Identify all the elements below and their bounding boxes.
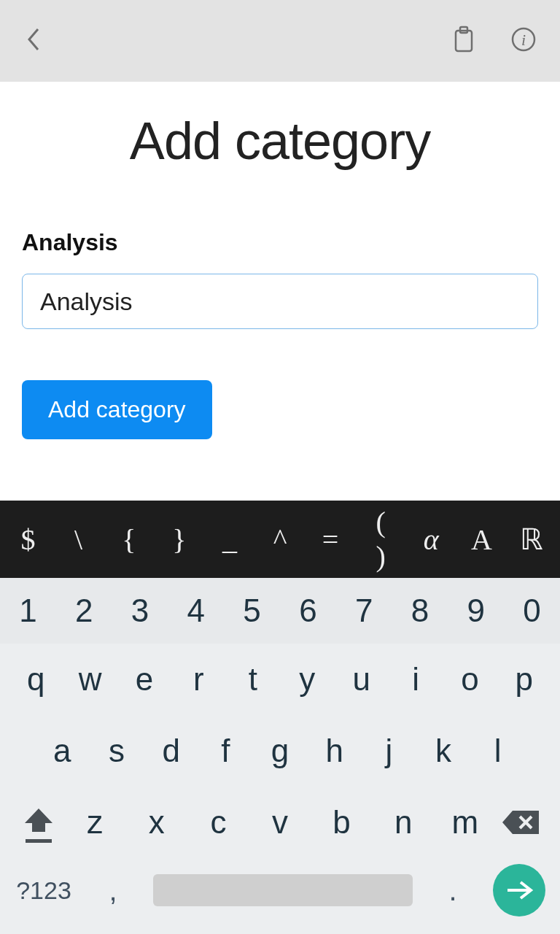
symbols-mode-key[interactable]: ?123: [15, 876, 73, 905]
bottom-row: ?123 , .: [0, 858, 560, 922]
key-u[interactable]: u: [334, 661, 388, 698]
key-2[interactable]: 2: [56, 593, 112, 629]
shift-key[interactable]: [13, 803, 64, 843]
key-q[interactable]: q: [9, 661, 63, 698]
key-r[interactable]: r: [171, 661, 225, 698]
key-v[interactable]: v: [249, 804, 311, 841]
symbol-toolbar: $ \ { } _ ^ = ( ) α A ℝ: [0, 501, 560, 578]
clipboard-icon: [452, 25, 475, 54]
shift-icon: [23, 803, 54, 838]
sym-underscore[interactable]: _: [217, 522, 241, 557]
key-7[interactable]: 7: [336, 593, 392, 629]
sym-backslash[interactable]: \: [66, 522, 90, 557]
key-n[interactable]: n: [373, 804, 435, 841]
key-i[interactable]: i: [389, 661, 443, 698]
sym-caret[interactable]: ^: [268, 522, 292, 557]
key-b[interactable]: b: [311, 804, 373, 841]
key-5[interactable]: 5: [224, 593, 280, 629]
sym-alpha[interactable]: α: [419, 522, 443, 557]
key-0[interactable]: 0: [504, 593, 560, 629]
sym-equals[interactable]: =: [319, 522, 343, 557]
key-w[interactable]: w: [63, 661, 117, 698]
key-x[interactable]: x: [126, 804, 188, 841]
period-key[interactable]: .: [435, 874, 471, 907]
category-input[interactable]: [22, 274, 538, 329]
sym-dollar[interactable]: $: [16, 522, 40, 557]
sym-real[interactable]: ℝ: [520, 522, 544, 557]
letter-row-3: z x c v b n m: [0, 787, 560, 858]
key-c[interactable]: c: [187, 804, 249, 841]
clipboard-button[interactable]: [452, 25, 475, 57]
key-d[interactable]: d: [144, 733, 198, 769]
svg-marker-4: [25, 808, 52, 832]
back-button[interactable]: [23, 26, 44, 55]
key-9[interactable]: 9: [448, 593, 504, 629]
page-title: Add category: [22, 111, 538, 171]
letter-row-1: q w e r t y u i o p: [0, 644, 560, 715]
key-p[interactable]: p: [497, 661, 551, 698]
key-l[interactable]: l: [470, 733, 525, 769]
key-f[interactable]: f: [198, 733, 253, 769]
add-category-button[interactable]: Add category: [22, 380, 212, 439]
sym-brace-close[interactable]: }: [167, 522, 191, 557]
chevron-left-icon: [23, 26, 44, 53]
key-k[interactable]: k: [416, 733, 471, 769]
arrow-right-icon: [505, 879, 534, 901]
key-z[interactable]: z: [64, 804, 126, 841]
on-screen-keyboard: $ \ { } _ ^ = ( ) α A ℝ 1 2 3 4 5 6 7 8 …: [0, 501, 560, 934]
key-h[interactable]: h: [307, 733, 362, 769]
key-t[interactable]: t: [226, 661, 280, 698]
sym-brace-open[interactable]: {: [117, 522, 141, 557]
comma-key[interactable]: ,: [95, 874, 131, 907]
number-row: 1 2 3 4 5 6 7 8 9 0: [0, 578, 560, 644]
enter-key[interactable]: [493, 864, 545, 916]
svg-text:i: i: [521, 31, 526, 49]
key-s[interactable]: s: [90, 733, 144, 769]
spacebar[interactable]: [153, 874, 413, 906]
key-6[interactable]: 6: [280, 593, 336, 629]
key-y[interactable]: y: [280, 661, 334, 698]
key-a[interactable]: a: [35, 733, 90, 769]
key-4[interactable]: 4: [168, 593, 224, 629]
letter-row-2: a s d f g h j k l: [0, 715, 560, 787]
key-g[interactable]: g: [253, 733, 308, 769]
category-field-label: Analysis: [22, 229, 538, 256]
backspace-icon: [501, 808, 542, 837]
key-o[interactable]: o: [443, 661, 497, 698]
key-j[interactable]: j: [362, 733, 416, 769]
key-m[interactable]: m: [434, 804, 496, 841]
backspace-key[interactable]: [496, 808, 547, 837]
key-e[interactable]: e: [117, 661, 171, 698]
sym-parens[interactable]: ( ): [369, 505, 393, 574]
key-1[interactable]: 1: [0, 593, 56, 629]
main-content: Add category Analysis Add category: [0, 82, 560, 439]
key-8[interactable]: 8: [392, 593, 448, 629]
sym-capital-a[interactable]: A: [470, 522, 494, 557]
app-header: i: [0, 0, 560, 82]
info-icon: i: [510, 26, 537, 53]
info-button[interactable]: i: [510, 26, 537, 55]
key-3[interactable]: 3: [112, 593, 168, 629]
